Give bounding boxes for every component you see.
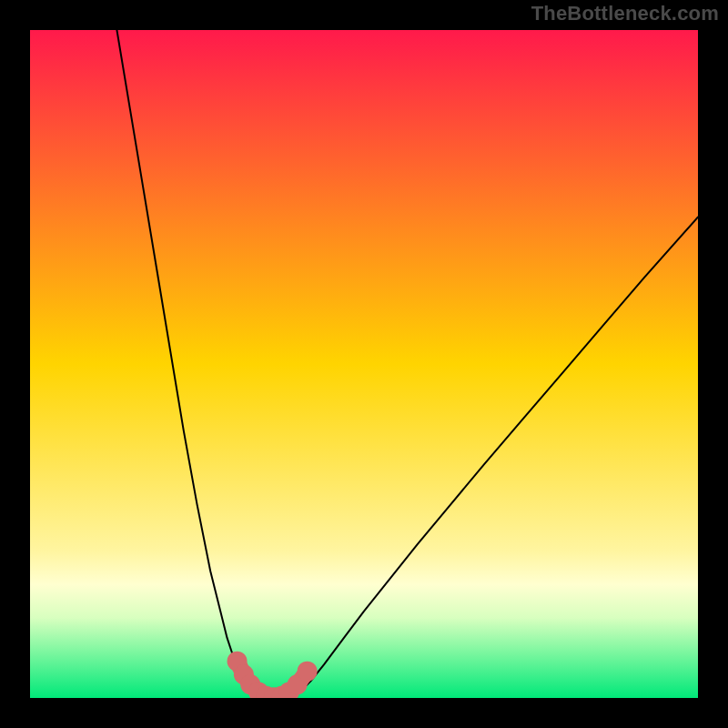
- valley-marker: [298, 662, 318, 682]
- chart-frame: TheBottleneck.com: [0, 0, 728, 728]
- gradient-background: [30, 30, 698, 698]
- plot-svg: [30, 30, 698, 698]
- watermark-text: TheBottleneck.com: [531, 2, 719, 25]
- plot-area: [30, 30, 698, 698]
